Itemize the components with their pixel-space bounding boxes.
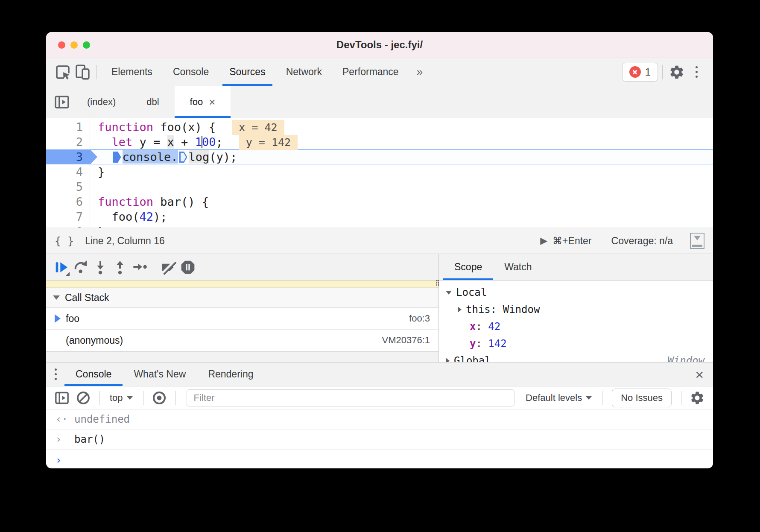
source-tab-label: (index) — [87, 96, 116, 108]
code-text: } — [98, 165, 105, 178]
number-literal: 00 — [202, 135, 216, 149]
active-frame-arrow-icon — [55, 314, 61, 323]
navigator-panel-toggle-icon[interactable] — [52, 92, 72, 112]
scope-y-row[interactable]: y: 142 — [439, 335, 713, 352]
debugger-toolbar — [46, 254, 438, 281]
line-number[interactable]: 1 — [76, 120, 83, 134]
frame-location: VM20376:1 — [382, 335, 430, 346]
step-out-button[interactable] — [110, 257, 130, 277]
inspect-element-icon[interactable] — [53, 62, 73, 82]
frame-location: foo:3 — [409, 313, 430, 324]
line-number-paused[interactable]: 3 — [46, 149, 83, 164]
console-command-row[interactable]: › bar() — [46, 430, 713, 450]
debugger-left-pane: Call Stack foo foo:3 (anonymous) VM20376… — [46, 254, 439, 362]
line-number[interactable]: 6 — [76, 194, 83, 209]
highlighted-token: log — [189, 150, 210, 164]
source-tab-dbl[interactable]: dbl — [131, 86, 174, 118]
close-tab-icon[interactable]: × — [209, 96, 215, 109]
console-filter-input[interactable] — [187, 389, 515, 406]
zoom-window-button[interactable] — [83, 41, 90, 49]
scope-local-row[interactable]: Local — [439, 284, 713, 301]
tab-elements[interactable]: Elements — [101, 58, 163, 86]
coverage-drawer-icon[interactable] — [690, 233, 704, 249]
source-tab-label: dbl — [146, 96, 159, 108]
splitter-handle[interactable] — [436, 280, 439, 286]
context-selector[interactable]: top — [105, 392, 137, 403]
close-drawer-icon[interactable]: × — [695, 367, 704, 382]
log-levels-dropdown[interactable]: Default levels — [521, 392, 596, 403]
call-stack-frame-foo[interactable]: foo foo:3 — [46, 308, 438, 330]
error-count: 1 — [645, 66, 651, 78]
deactivate-breakpoints-button[interactable] — [158, 257, 178, 277]
scope-global-row[interactable]: Global Window — [439, 352, 713, 362]
line-number[interactable]: 8 — [76, 224, 83, 228]
separator-text: : — [491, 304, 503, 316]
frame-arrow-placeholder — [55, 336, 61, 345]
settings-gear-icon[interactable] — [667, 62, 687, 82]
chevron-down-icon — [586, 396, 592, 400]
paused-status-strip — [46, 281, 438, 288]
window-titlebar: DevTools - jec.fyi/ — [46, 32, 713, 58]
code-editor[interactable]: 1 2 4 5 6 7 8 3 function foo(x) {x = 42 … — [46, 118, 713, 228]
chevron-down-icon — [127, 396, 133, 400]
code-text: } — [98, 225, 105, 228]
scope-entry: y: 142 — [470, 338, 507, 350]
console-prompt-icon: › — [56, 454, 61, 466]
console-prompt-row[interactable]: › — [46, 450, 713, 468]
drawer-menu-icon[interactable] — [55, 368, 57, 380]
continue-to-here-marker-icon[interactable] — [113, 152, 121, 163]
call-stack-frame-anonymous[interactable]: (anonymous) VM20376:1 — [46, 330, 438, 351]
drawer-tab-whats-new[interactable]: What's New — [123, 362, 197, 386]
error-count-badge[interactable]: 1 — [622, 63, 658, 82]
tab-watch[interactable]: Watch — [493, 254, 543, 280]
code-line-1: function foo(x) {x = 42 — [98, 120, 713, 134]
line-number[interactable]: 2 — [76, 134, 83, 149]
resume-script-button[interactable] — [51, 257, 71, 277]
call-stack-header[interactable]: Call Stack — [46, 288, 438, 308]
clear-console-icon[interactable] — [73, 388, 93, 408]
pause-on-exceptions-button[interactable] — [178, 257, 198, 277]
eye-icon[interactable] — [149, 388, 169, 408]
source-tab-index[interactable]: (index) — [72, 86, 131, 118]
pretty-print-icon[interactable]: { } — [55, 235, 74, 247]
scope-section-value: Window — [667, 355, 704, 362]
kebab-menu-icon[interactable] — [687, 62, 706, 82]
console-drawer: Console What's New Rendering × — [46, 362, 713, 468]
separator-text: : — [476, 321, 488, 333]
console-result-row[interactable]: ‹· undefined — [46, 409, 713, 430]
editor-gutter[interactable]: 1 2 4 5 6 7 8 — [46, 118, 90, 228]
tab-network[interactable]: Network — [276, 58, 332, 86]
toolbar-separator — [154, 260, 154, 275]
context-selector-label: top — [110, 392, 123, 403]
source-tab-label: foo — [190, 96, 203, 108]
line-number[interactable]: 7 — [76, 209, 83, 224]
tab-performance[interactable]: Performance — [332, 58, 409, 86]
scope-x-row[interactable]: x: 42 — [439, 318, 713, 335]
tab-console[interactable]: Console — [163, 58, 219, 86]
tab-sources[interactable]: Sources — [219, 58, 275, 86]
log-levels-label: Default levels — [526, 392, 582, 403]
drawer-tab-rendering[interactable]: Rendering — [197, 362, 264, 386]
close-window-button[interactable] — [58, 41, 65, 49]
device-toolbar-icon[interactable] — [73, 62, 92, 82]
no-issues-button[interactable]: No Issues — [612, 389, 672, 407]
console-output[interactable]: ‹· undefined › bar() › — [46, 409, 713, 468]
source-tab-foo[interactable]: foo × — [175, 86, 231, 118]
tab-scope[interactable]: Scope — [443, 254, 493, 280]
more-tabs-icon[interactable]: » — [409, 65, 430, 79]
drawer-tab-console[interactable]: Console — [64, 362, 123, 386]
line-number[interactable]: 4 — [76, 164, 83, 179]
console-settings-gear-icon[interactable] — [687, 388, 707, 408]
frame-name: foo — [66, 313, 79, 324]
code-line-3-paused: console.log(y); — [98, 149, 713, 164]
minimize-window-button[interactable] — [70, 41, 78, 49]
continue-to-here-marker-icon[interactable] — [179, 152, 187, 163]
step-over-button[interactable] — [71, 257, 91, 277]
line-number[interactable]: 5 — [76, 179, 83, 194]
code-text — [98, 150, 112, 164]
console-sidebar-toggle-icon[interactable] — [52, 388, 72, 408]
run-shortcut: ⌘+Enter — [552, 235, 591, 247]
step-into-button[interactable] — [91, 257, 110, 277]
scope-this-row[interactable]: this: Window — [439, 301, 713, 318]
step-button[interactable] — [130, 257, 149, 277]
